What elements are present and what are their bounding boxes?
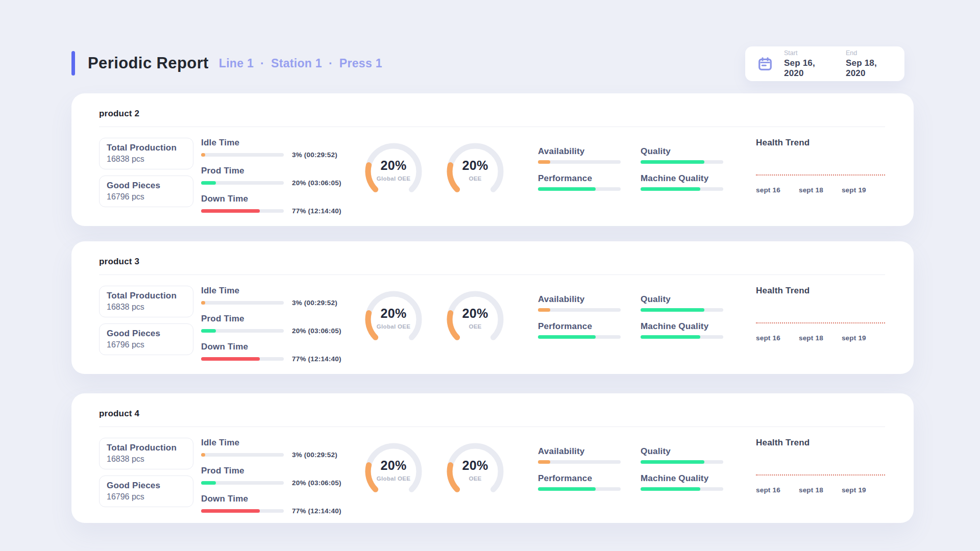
performance-bar-track (538, 187, 621, 191)
availability-bar-track (538, 460, 621, 464)
quality-bar-fill (641, 460, 704, 464)
performance-bar-track (538, 487, 621, 491)
breadcrumb-line[interactable]: Line 1 (219, 57, 254, 70)
breadcrumb: Line 1 · Station 1 · Press 1 (219, 57, 382, 70)
quality-kpi: Quality (641, 294, 735, 312)
down-time-group: Down Time 77% (12:14:40) (201, 194, 354, 215)
availability-bar-fill (538, 460, 550, 464)
health-trend-date: sept 19 (842, 334, 866, 342)
quality-bar-track (641, 308, 723, 312)
availability-kpi: Availability (538, 294, 632, 312)
time-value: 20% (03:06:05) (292, 479, 341, 487)
quality-bar-track (641, 460, 723, 464)
idle-time-group: Idle Time 3% (00:29:52) (201, 438, 354, 459)
health-trend-date: sept 16 (756, 186, 780, 194)
time-label: Down Time (201, 342, 354, 352)
performance-kpi: Performance (538, 321, 632, 339)
time-label: Down Time (201, 194, 354, 204)
idle-time-bar-fill (201, 301, 205, 305)
kpi-label: Performance (538, 321, 632, 332)
prod-time-bar-fill (201, 329, 216, 333)
stat-value: 16838 pcs (107, 155, 186, 164)
oee-gauge: 20% OEE (444, 440, 507, 503)
health-trend: Health Trend sept 16 sept 18 sept 19 (745, 286, 885, 342)
time-bars: Idle Time 3% (00:29:52) Prod Time (201, 286, 354, 370)
gauge-value: 20% (362, 306, 425, 321)
stat-value: 16796 pcs (107, 192, 186, 202)
kpi-bars: Availability Quality Performance (538, 446, 737, 491)
kpi-label: Machine Quality (641, 173, 735, 184)
time-value: 20% (03:06:05) (292, 179, 341, 187)
page-header: Periodic Report Line 1 · Station 1 · Pre… (71, 50, 382, 77)
machine-quality-bar-fill (641, 187, 700, 191)
good-pieces-box: Good Pieces 16796 pcs (99, 323, 193, 355)
health-trend-title: Health Trend (756, 138, 885, 148)
good-pieces-box: Good Pieces 16796 pcs (99, 475, 193, 507)
gauge-value: 20% (444, 158, 507, 173)
gauge-value: 20% (362, 158, 425, 173)
production-stats: Total Production 16838 pcs Good Pieces 1… (99, 438, 193, 513)
gauge-label: OEE (444, 475, 507, 482)
breadcrumb-separator: · (329, 57, 333, 70)
quality-kpi: Quality (641, 446, 735, 464)
idle-time-bar-track (201, 153, 284, 157)
kpi-label: Availability (538, 294, 632, 305)
time-label: Prod Time (201, 166, 354, 176)
prod-time-bar-fill (201, 181, 216, 185)
total-production-box: Total Production 16838 pcs (99, 138, 193, 169)
availability-bar-track (538, 160, 621, 164)
stat-value: 16796 pcs (107, 340, 186, 349)
kpi-label: Quality (641, 146, 735, 157)
breadcrumb-press[interactable]: Press 1 (339, 57, 382, 70)
oee-gauge: 20% OEE (444, 288, 507, 351)
gauge-label: OEE (444, 176, 507, 182)
machine-quality-kpi: Machine Quality (641, 173, 735, 191)
total-production-box: Total Production 16838 pcs (99, 438, 193, 469)
date-end-value: Sep 18, 2020 (846, 58, 892, 79)
performance-kpi: Performance (538, 473, 632, 491)
time-value: 77% (12:14:40) (292, 355, 341, 363)
stat-value: 16796 pcs (107, 492, 186, 502)
performance-bar-fill (538, 335, 596, 339)
idle-time-bar-fill (201, 153, 205, 157)
machine-quality-kpi: Machine Quality (641, 473, 735, 491)
oee-gauges: 20% Global OEE 20% OEE (362, 138, 530, 203)
time-value: 3% (00:29:52) (292, 299, 337, 307)
time-bars: Idle Time 3% (00:29:52) Prod Time (201, 438, 354, 522)
prod-time-group: Prod Time 20% (03:06:05) (201, 466, 354, 487)
down-time-bar-track (201, 509, 284, 513)
time-label: Down Time (201, 494, 354, 504)
date-range-picker[interactable]: Start Sep 16, 2020 End Sep 18, 2020 (745, 46, 904, 81)
stat-label: Good Pieces (107, 181, 186, 191)
health-trend-date: sept 16 (756, 334, 780, 342)
quality-bar-fill (641, 308, 704, 312)
card-content-row: Total Production 16838 pcs Good Pieces 1… (99, 286, 885, 370)
quality-kpi: Quality (641, 146, 735, 164)
product-title: product 4 (99, 409, 885, 419)
health-trend-line (756, 474, 885, 475)
time-value: 3% (00:29:52) (292, 151, 337, 159)
breadcrumb-station[interactable]: Station 1 (271, 57, 322, 70)
performance-bar-fill (538, 487, 596, 491)
product-title: product 3 (99, 257, 885, 267)
card-divider (99, 427, 885, 427)
kpi-label: Quality (641, 294, 735, 305)
idle-time-bar-track (201, 301, 284, 305)
date-end-label: End (846, 49, 892, 57)
prod-time-group: Prod Time 20% (03:06:05) (201, 166, 354, 187)
gauge-label: Global OEE (362, 475, 425, 482)
gauge-value: 20% (362, 458, 425, 473)
kpi-label: Machine Quality (641, 321, 735, 332)
periodic-report-page: Periodic Report Line 1 · Station 1 · Pre… (0, 0, 980, 551)
health-trend-date: sept 16 (756, 486, 780, 494)
time-label: Prod Time (201, 314, 354, 324)
prod-time-bar-track (201, 481, 284, 485)
card-content-row: Total Production 16838 pcs Good Pieces 1… (99, 138, 885, 222)
title-accent-bar (71, 51, 75, 76)
down-time-bar-fill (201, 209, 260, 213)
health-trend-line (756, 322, 885, 323)
health-trend-date: sept 19 (842, 486, 866, 494)
idle-time-bar-track (201, 453, 284, 457)
health-trend-date: sept 18 (799, 486, 823, 494)
health-trend-line (756, 174, 885, 176)
